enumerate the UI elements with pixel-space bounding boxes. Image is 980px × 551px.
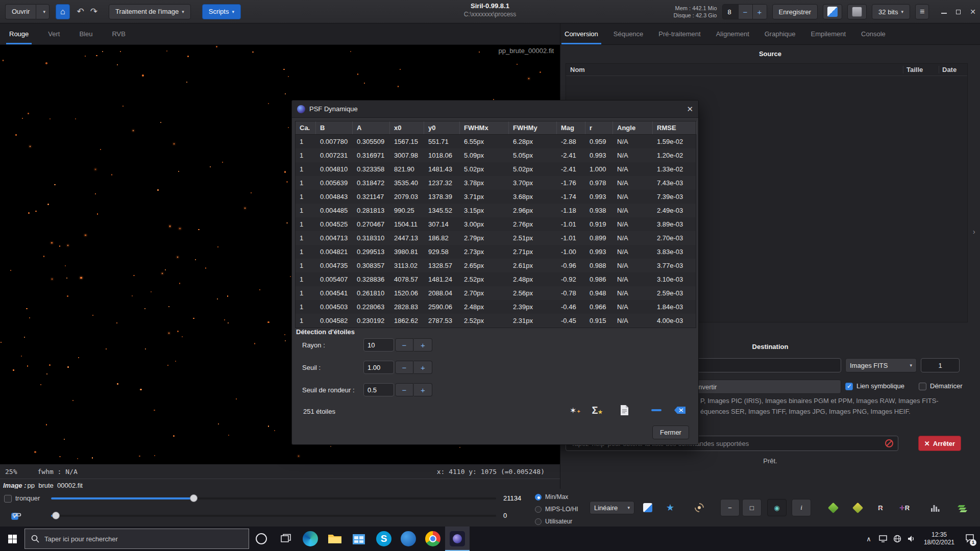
start-button[interactable] (0, 527, 24, 551)
tray-display-button[interactable] (876, 527, 890, 551)
onedrive-taskbar-button[interactable] (396, 527, 421, 551)
action-center-button[interactable]: 1 (960, 527, 980, 551)
minimize-button[interactable] (941, 10, 947, 14)
star-view-button[interactable]: ★ (660, 499, 680, 516)
tab-bleu[interactable]: Bleu (78, 23, 93, 44)
psf-column-header[interactable]: Ca. (296, 121, 316, 134)
aberration-inspector-button[interactable] (823, 499, 843, 516)
export-list-button[interactable] (616, 400, 634, 420)
output-format-select[interactable]: Images FITS▾ (845, 358, 917, 372)
pane-collapse-handle[interactable]: › (973, 228, 975, 236)
image-processing-menu[interactable]: Traitement de l'image▾ (109, 4, 191, 19)
skype-taskbar-button[interactable]: S (372, 527, 396, 551)
psf-column-header[interactable]: Angle (613, 121, 653, 134)
pictures-button[interactable] (847, 4, 867, 19)
symlink-checkbox[interactable] (845, 383, 853, 390)
dialog-titlebar[interactable]: PSF Dynamique ✕ (292, 101, 698, 118)
zoom-fit-button[interactable]: □ (742, 499, 762, 516)
tab-empilement[interactable]: Empilement (810, 23, 847, 44)
psf-table-row[interactable]: 10.0048430.3211472079.031378.393.71px3.6… (296, 190, 696, 204)
psf-table-row[interactable]: 10.0077800.3055091567.15551.716.55px6.28… (296, 135, 696, 148)
close-button[interactable]: ✕ (970, 8, 976, 16)
psf-table-row[interactable]: 10.0054070.3288364078.571481.242.52px2.4… (296, 272, 696, 286)
average-psf-button[interactable]: Σ★ (587, 400, 607, 420)
threshold-plus-button[interactable]: + (414, 361, 432, 374)
psf-table-row[interactable]: 10.0045030.2280632828.832590.062.48px2.3… (296, 300, 696, 314)
tronquer-checkbox[interactable] (4, 495, 12, 503)
roundness-minus-button[interactable]: − (395, 383, 413, 396)
psf-column-header[interactable]: FWHMy (509, 121, 557, 134)
tab-s-quence[interactable]: Séquence (612, 23, 645, 44)
background-extraction-button[interactable] (848, 499, 867, 516)
stop-button[interactable]: ✕Arrêter (918, 436, 961, 451)
open-dropdown-button[interactable]: ▾ (36, 4, 50, 19)
roundness-plus-button[interactable]: + (414, 383, 432, 396)
tray-expand-button[interactable]: ∧ (862, 527, 876, 551)
psf-column-header[interactable]: r (585, 121, 613, 134)
open-button[interactable]: Ouvrir (5, 4, 36, 19)
psf-column-header[interactable]: x0 (390, 121, 424, 134)
tab-rvb[interactable]: RVB (111, 23, 127, 44)
clear-list-button[interactable] (671, 400, 689, 420)
zoom-one-button[interactable]: ◉ (767, 499, 787, 516)
demosaic-checkbox[interactable] (919, 383, 926, 390)
psf-table-row[interactable]: 10.0045250.2704671504.11307.143.00px2.76… (296, 217, 696, 231)
psf-table-row[interactable]: 10.0048100.323358821.901481.435.02px5.02… (296, 162, 696, 176)
thread-spinner[interactable]: 8 − + (722, 4, 767, 19)
radius-input[interactable]: 10 (363, 338, 394, 352)
tab-alignement[interactable]: Alignement (715, 23, 750, 44)
tab-conversion[interactable]: Conversion (564, 23, 599, 44)
chrome-taskbar-button[interactable] (421, 527, 445, 551)
column-header-date[interactable]: Date (939, 66, 967, 73)
explorer-taskbar-button[interactable] (323, 527, 347, 551)
negative-view-button[interactable] (638, 499, 657, 516)
remove-registration-button[interactable]: R (871, 499, 890, 516)
psf-column-header[interactable]: Mag (557, 121, 585, 134)
zoom-out-button[interactable]: − (720, 499, 740, 516)
home-button[interactable]: ⌂ (56, 4, 70, 19)
tray-network-button[interactable] (890, 527, 904, 551)
redo-button[interactable]: ↷ (87, 6, 101, 17)
roundness-input[interactable]: 0.5 (363, 383, 394, 396)
taskbar-clock[interactable]: 12:35 18/02/2021 (919, 531, 960, 546)
fermer-button[interactable]: Fermer (652, 425, 689, 439)
snapshot-button[interactable] (823, 4, 842, 19)
tab-vert[interactable]: Vert (47, 23, 61, 44)
galaxy-button[interactable] (690, 499, 709, 516)
psf-table-row[interactable]: 10.0056390.3184723535.401237.323.78px3.7… (296, 176, 696, 190)
cortana-button[interactable] (249, 527, 274, 551)
spin-minus-button[interactable]: − (738, 5, 752, 19)
channel-align-button[interactable] (953, 499, 972, 516)
tray-volume-button[interactable] (904, 527, 919, 551)
psf-table-row[interactable]: 10.0048210.2995133980.81929.582.73px2.71… (296, 245, 696, 259)
dialog-close-button[interactable]: ✕ (687, 105, 693, 114)
radio-mips-lo-hi[interactable]: MIPS-LO/HI (535, 503, 578, 515)
histogram-button[interactable] (926, 499, 945, 516)
psf-table-row[interactable]: 10.0045820.2301921862.622787.532.52px2.3… (296, 314, 696, 328)
taskbar-search[interactable]: Taper ici pour rechercher (24, 529, 249, 549)
stop-command-icon[interactable] (885, 439, 894, 448)
psf-table-row[interactable]: 10.0044850.281813990.251345.523.15px2.96… (296, 204, 696, 217)
tab-console[interactable]: Console (860, 23, 887, 44)
psf-table-row[interactable]: 10.0047130.3183102447.13186.822.79px2.51… (296, 231, 696, 245)
undo-button[interactable]: ↶ (74, 6, 87, 17)
siril-taskbar-button[interactable] (445, 527, 470, 551)
scale-mode-select[interactable]: Linéaire▾ (590, 501, 634, 514)
lo-level-slider[interactable] (51, 512, 496, 520)
tab-graphique[interactable]: Graphique (764, 23, 797, 44)
radio-min-max[interactable]: Min/Max (535, 491, 578, 503)
column-header-nom[interactable]: Nom (566, 66, 903, 73)
psf-column-header[interactable]: B (316, 121, 353, 134)
radius-plus-button[interactable]: + (414, 338, 432, 352)
hi-level-slider[interactable] (51, 494, 496, 503)
psf-column-header[interactable]: FWHMx (460, 121, 509, 134)
psf-table-row[interactable]: 10.0072310.3169713007.981018.065.09px5.0… (296, 148, 696, 162)
edge-taskbar-button[interactable] (298, 527, 323, 551)
psf-table-row[interactable]: 10.0047350.3083573113.021328.572.65px2.6… (296, 259, 696, 272)
threshold-input[interactable]: 1.00 (363, 361, 394, 374)
psf-column-header[interactable]: y0 (424, 121, 460, 134)
task-view-button[interactable] (274, 527, 298, 551)
radio-utilisateur[interactable]: Utilisateur (535, 515, 578, 528)
tab-pr-traitement[interactable]: Pré-traitement (657, 23, 701, 44)
store-taskbar-button[interactable] (347, 527, 372, 551)
